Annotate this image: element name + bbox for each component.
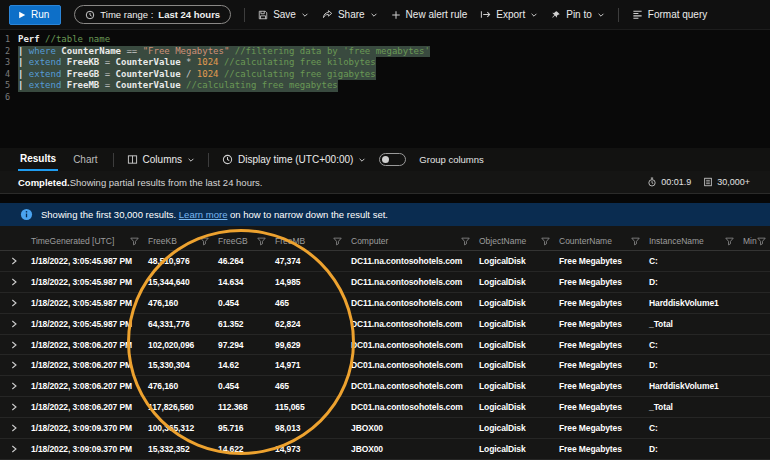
cell: 1/18/2022, 3:05:45.987 PM	[28, 277, 145, 287]
chevron-right-icon	[10, 445, 18, 453]
share-button[interactable]: Share	[322, 9, 378, 20]
chevron-right-icon	[10, 257, 18, 265]
column-header-freekb[interactable]: FreeKB	[145, 236, 215, 246]
table-row[interactable]: 1/18/2022, 3:08:06.207 PM15,330,30414.62…	[0, 355, 770, 376]
chevron-right-icon	[10, 320, 18, 328]
display-time-dropdown[interactable]: Display time (UTC+00:00)	[222, 154, 366, 165]
code-line[interactable]: 6	[0, 92, 770, 104]
new-alert-rule-label: New alert rule	[406, 9, 468, 20]
table-row[interactable]: 1/18/2022, 3:05:45.987 PM48,510,97646.26…	[0, 251, 770, 272]
results-table: TimeGenerated [UTC]FreeKBFreeGBFreeMBCom…	[0, 226, 770, 460]
cell: 1/18/2022, 3:09:09.370 PM	[28, 423, 145, 433]
row-expander[interactable]	[0, 299, 28, 307]
toolbar-divider	[244, 8, 245, 22]
cell: C:	[646, 340, 740, 350]
cell: 15,332,352	[145, 444, 215, 454]
table-row[interactable]: 1/18/2022, 3:09:09.370 PM100,365,31295.7…	[0, 418, 770, 439]
time-range-pill[interactable]: Time range : Last 24 hours	[74, 5, 231, 24]
row-expander[interactable]	[0, 445, 28, 453]
filter-icon[interactable]	[200, 237, 209, 246]
row-expander[interactable]	[0, 382, 28, 390]
cell: D:	[646, 277, 740, 287]
row-expander[interactable]	[0, 257, 28, 265]
top-toolbar: Run Time range : Last 24 hours Save Shar…	[0, 0, 770, 30]
pin-to-button[interactable]: Pin to	[551, 9, 605, 20]
column-label: InstanceName	[649, 236, 704, 246]
log-analytics-window: Run Time range : Last 24 hours Save Shar…	[0, 0, 770, 460]
column-header-computer[interactable]: Computer	[348, 236, 476, 246]
cell: 15,330,304	[145, 360, 215, 370]
table-row[interactable]: 1/18/2022, 3:08:06.207 PM476,1600.454465…	[0, 376, 770, 397]
run-button[interactable]: Run	[9, 5, 61, 25]
new-alert-rule-button[interactable]: New alert rule	[391, 9, 468, 20]
column-header-objectname[interactable]: ObjectName	[476, 236, 556, 246]
chevron-right-icon	[10, 278, 18, 286]
cell: Free Megabytes	[556, 423, 646, 433]
code-text: | extend FreeGB = CounterValue / 1024 //…	[18, 69, 376, 81]
row-expander[interactable]	[0, 361, 28, 369]
table-row[interactable]: 1/18/2022, 3:05:45.987 PM15,344,64014.63…	[0, 272, 770, 293]
tab-results-label: Results	[20, 153, 56, 164]
chevron-down-icon	[530, 11, 538, 19]
code-line[interactable]: 3| extend FreeKB = CounterValue * 1024 /…	[0, 57, 770, 69]
table-row[interactable]: 1/18/2022, 3:08:06.207 PM102,020,09697.2…	[0, 335, 770, 356]
cell: DC01.na.contosohotels.com	[348, 381, 476, 391]
status-message: Showing partial results from the last 24…	[70, 177, 263, 188]
column-header-freemb[interactable]: FreeMB	[272, 236, 348, 246]
filter-icon[interactable]	[257, 237, 266, 246]
save-button[interactable]: Save	[258, 9, 309, 20]
filter-icon[interactable]	[130, 237, 139, 246]
code-line[interactable]: 1Perf //table name	[0, 34, 770, 46]
row-expander[interactable]	[0, 403, 28, 411]
export-label: Export	[496, 9, 525, 20]
clock-icon	[222, 154, 233, 165]
chevron-down-icon	[301, 11, 309, 19]
code-line[interactable]: 2| where CounterName == "Free Megabytes"…	[0, 46, 770, 58]
table-body: 1/18/2022, 3:05:45.987 PM48,510,97646.26…	[0, 251, 770, 460]
filter-icon[interactable]	[461, 237, 470, 246]
query-duration-value: 00:01.9	[661, 177, 691, 187]
code-line[interactable]: 5| extend FreeMB = CounterValue //calcul…	[0, 80, 770, 92]
row-expander[interactable]	[0, 278, 28, 286]
cell: DC11.na.contosohotels.com	[348, 256, 476, 266]
cell: Free Megabytes	[556, 319, 646, 329]
cell: HarddiskVolume1	[646, 298, 740, 308]
columns-dropdown[interactable]: Columns	[127, 154, 195, 165]
learn-more-link[interactable]: Learn more	[179, 209, 228, 220]
column-header-freegb[interactable]: FreeGB	[215, 236, 272, 246]
filter-icon[interactable]	[631, 237, 640, 246]
cell: 47,374	[272, 256, 348, 266]
group-columns-toggle[interactable]	[379, 153, 406, 166]
table-row[interactable]: 1/18/2022, 3:05:45.987 PM64,331,77661.35…	[0, 314, 770, 335]
column-header-countername[interactable]: CounterName	[556, 236, 646, 246]
cell: 1/18/2022, 3:08:06.207 PM	[28, 381, 145, 391]
tab-chart[interactable]: Chart	[71, 148, 99, 171]
row-expander[interactable]	[0, 320, 28, 328]
cell: 95.716	[215, 423, 272, 433]
format-query-button[interactable]: Format query	[632, 9, 707, 20]
row-expander[interactable]	[0, 341, 28, 349]
run-label: Run	[31, 9, 49, 20]
line-number: 2	[0, 46, 18, 58]
column-header-min[interactable]: Min	[740, 236, 770, 246]
pin-to-label: Pin to	[566, 9, 592, 20]
table-row[interactable]: 1/18/2022, 3:09:09.370 PM15,332,35214.62…	[0, 439, 770, 460]
query-editor[interactable]: 1Perf //table name2| where CounterName =…	[0, 30, 770, 148]
code-line[interactable]: 4| extend FreeGB = CounterValue / 1024 /…	[0, 69, 770, 81]
table-row[interactable]: 1/18/2022, 3:08:06.207 PM117,826,560112.…	[0, 397, 770, 418]
tab-results[interactable]: Results	[18, 148, 58, 171]
export-button[interactable]: Export	[480, 9, 538, 20]
filter-icon[interactable]	[541, 237, 550, 246]
cell: JBOX00	[348, 423, 476, 433]
column-header-timegenerated-utc[interactable]: TimeGenerated [UTC]	[28, 236, 145, 246]
table-row[interactable]: 1/18/2022, 3:05:45.987 PM476,1600.454465…	[0, 293, 770, 314]
cell: 46.264	[215, 256, 272, 266]
filter-icon[interactable]	[725, 237, 734, 246]
filter-icon[interactable]	[757, 237, 766, 246]
cell: 0.454	[215, 381, 272, 391]
column-label: Min	[743, 236, 757, 246]
filter-icon[interactable]	[333, 237, 342, 246]
column-header-instancename[interactable]: InstanceName	[646, 236, 740, 246]
row-expander[interactable]	[0, 424, 28, 432]
cell: 15,344,640	[145, 277, 215, 287]
